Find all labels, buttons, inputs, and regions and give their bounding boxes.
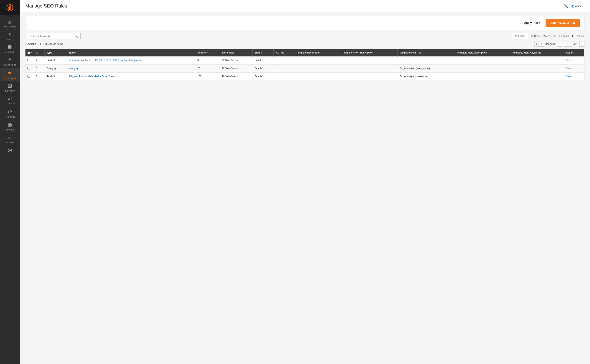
sidebar-item-stores[interactable]: STORES [0, 120, 20, 133]
row-template-meta-title [397, 57, 455, 65]
table-row: 6 Product Migrated Product Meta Mask - S… [26, 73, 584, 81]
search-input[interactable] [28, 34, 75, 38]
row-checkbox-2[interactable] [27, 59, 30, 61]
select-arrow: ▾ [573, 59, 574, 61]
sidebar-item-dashboard-label: DASHBOARD [4, 26, 16, 28]
user-name: admin [575, 5, 582, 7]
sidebar-item-customers[interactable]: CUSTOMERS [0, 55, 20, 68]
row-id: 6 [34, 73, 45, 81]
add-new-seo-rule-button[interactable]: Add New SEO Rule [545, 19, 580, 27]
gear-icon: ⚙ [553, 34, 556, 38]
records-left: Actions ▾ 3 records found [25, 41, 63, 47]
system-icon: ⚙ [8, 136, 12, 140]
svg-marker-2 [10, 5, 11, 10]
svg-marker-21 [9, 150, 11, 151]
eye-icon: 👁 [531, 34, 533, 38]
row-type: Category [45, 65, 67, 73]
row-select-action-3[interactable]: Select ▾ [566, 67, 582, 70]
th-template-meta-keywords: Template Meta Keywords [511, 49, 564, 57]
view-label: Default View [534, 34, 549, 38]
columns-button[interactable]: ⚙ Columns ▾ [553, 34, 569, 38]
search-icon[interactable]: 🔍 [564, 4, 568, 8]
sidebar-item-magefan[interactable]: MAGEFAN [0, 107, 20, 120]
th-template-short-description: Template Short Description [340, 49, 398, 57]
row-name: category [67, 65, 195, 73]
columns-label: Columns [557, 34, 567, 38]
row-template-short-description [340, 73, 398, 81]
select-arrow: ▾ [573, 67, 574, 69]
records-count: 3 records found [46, 42, 63, 46]
actions-select[interactable]: Actions ▾ [25, 41, 43, 47]
th-template-meta-description: Template Meta Description [455, 49, 511, 57]
th-h1-title: H1 Title [274, 49, 294, 57]
seo-rules-table: ▾ ID Type Name Priority ↑ Store View Sta… [25, 49, 584, 81]
sidebar-item-dashboard[interactable]: ⊙ DASHBOARD [0, 17, 20, 30]
svg-rect-6 [10, 47, 12, 49]
checkbox-dropdown-arrow[interactable]: ▾ [31, 52, 32, 54]
sidebar-item-system[interactable]: ⚙ SYSTEM [0, 133, 20, 145]
svg-rect-8 [8, 72, 9, 73]
sales-icon: $ [9, 32, 11, 37]
select-all-checkbox[interactable] [27, 52, 30, 54]
row-template-short-description [340, 57, 398, 65]
view-button[interactable]: 👁 Default View ▾ [531, 34, 551, 38]
select-label: Select [566, 59, 572, 62]
sidebar-item-magefan-label: MAGEFAN [5, 116, 15, 118]
row-priority: 20 [195, 65, 220, 73]
row-template-meta-keywords [511, 57, 564, 65]
view-dropdown-arrow: ▾ [550, 34, 551, 38]
row-h1-title [274, 73, 294, 81]
select-label: Select [566, 75, 572, 78]
export-label: Export [575, 34, 582, 38]
sidebar-item-catalog[interactable]: CATALOG [0, 42, 20, 55]
row-type: Product [45, 57, 67, 65]
magefan-icon [8, 110, 12, 115]
row-h1-title [274, 57, 294, 65]
search-submit-icon[interactable]: 🔍 [75, 34, 78, 38]
sidebar-item-customers-label: CUSTOMERS [3, 64, 16, 66]
row-template-meta-keywords [511, 65, 564, 73]
sidebar-logo [0, 0, 20, 15]
sidebar-item-sales-label: SALES [7, 38, 13, 40]
row-select-action-2[interactable]: Select ▾ [566, 59, 582, 62]
filters-button[interactable]: ▼ Filters [511, 33, 528, 39]
sidebar-item-content[interactable]: CONTENT [0, 81, 20, 94]
row-status: Enabled [252, 65, 274, 73]
search-box: 🔍 [25, 33, 81, 39]
select-arrow: ▾ [573, 75, 574, 77]
sidebar-item-marketing[interactable]: MARKETING [0, 68, 20, 81]
marketing-icon [8, 71, 12, 76]
sidebar-item-sales[interactable]: $ SALES [0, 30, 20, 42]
row-template-description [294, 73, 340, 81]
sidebar-item-ext[interactable] [0, 145, 20, 156]
ext-icon [8, 148, 12, 154]
export-icon: ⬇ [571, 34, 574, 38]
svg-rect-5 [8, 47, 10, 49]
per-page-select[interactable]: 20 ▾ [535, 41, 544, 47]
row-action: Select ▾ [564, 65, 584, 73]
svg-rect-15 [11, 97, 12, 100]
priority-sort-icon: ↑ [207, 52, 208, 54]
row-h1-title [274, 65, 294, 73]
next-page-button[interactable]: › [579, 41, 584, 47]
row-status: Enabled [252, 57, 274, 65]
row-checkbox-6[interactable] [27, 75, 30, 78]
row-template-short-description [340, 65, 398, 73]
export-button[interactable]: ⬇ Export ▾ [571, 34, 584, 38]
sidebar-item-marketing-label: MARKETING [4, 77, 16, 79]
sidebar-item-reports[interactable]: REPORTS [0, 94, 20, 107]
row-checkbox-3[interactable] [27, 67, 30, 70]
apply-rules-button[interactable]: Apply Rules [521, 20, 543, 26]
page-number-input[interactable] [564, 41, 572, 47]
th-priority[interactable]: Priority ↑ [195, 49, 220, 57]
user-menu[interactable]: 👤 admin ▾ [571, 5, 584, 7]
sidebar-item-content-label: CONTENT [5, 90, 15, 92]
th-template-meta-title: Template Meta Title [397, 49, 455, 57]
per-page-label: per page [545, 42, 555, 46]
row-select-action-6[interactable]: Select ▾ [566, 75, 582, 78]
prev-page-button[interactable]: ‹ [557, 41, 562, 47]
sidebar: ⊙ DASHBOARD $ SALES CATALOG CUSTOMERS [0, 0, 20, 364]
table-body: 2 Product disable google bots - NOINDEX,… [26, 57, 584, 81]
row-checkbox-cell [26, 65, 34, 73]
sidebar-item-reports-label: REPORTS [5, 103, 15, 105]
